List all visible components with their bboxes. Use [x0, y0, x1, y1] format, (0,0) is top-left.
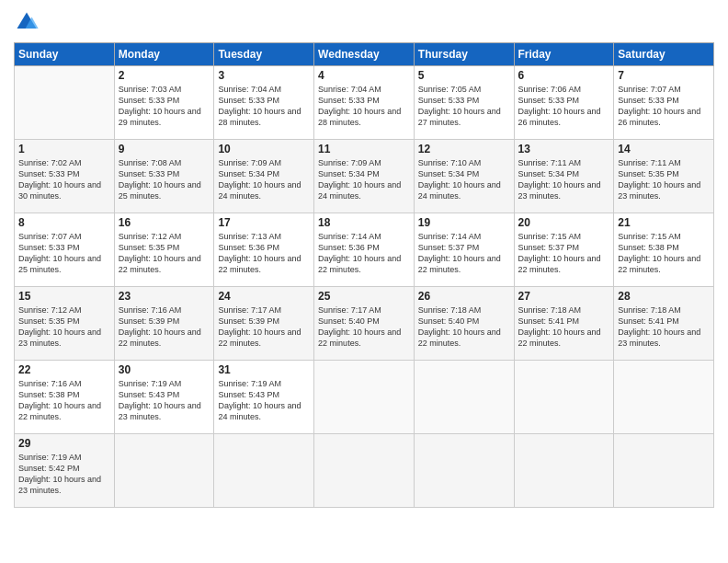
calendar-cell [15, 66, 115, 140]
day-detail: Sunrise: 7:15 AMSunset: 5:38 PMDaylight:… [618, 232, 700, 274]
day-number: 14 [618, 143, 710, 155]
day-number: 29 [18, 437, 110, 450]
day-number: 27 [518, 290, 610, 303]
day-number: 17 [218, 216, 310, 229]
calendar-cell [314, 434, 415, 508]
day-number: 10 [218, 143, 310, 155]
day-detail: Sunrise: 7:12 AMSunset: 5:35 PMDaylight:… [18, 305, 101, 348]
logo-icon [14, 9, 40, 35]
calendar-cell: 26 Sunrise: 7:18 AMSunset: 5:40 PMDaylig… [414, 287, 514, 361]
day-detail: Sunrise: 7:04 AMSunset: 5:33 PMDaylight:… [218, 85, 301, 127]
day-detail: Sunrise: 7:10 AMSunset: 5:34 PMDaylight:… [418, 158, 501, 201]
calendar-cell: 1 Sunrise: 7:02 AMSunset: 5:33 PMDayligh… [15, 140, 115, 213]
calendar-cell: 28 Sunrise: 7:18 AMSunset: 5:41 PMDaylig… [614, 287, 714, 361]
day-number: 22 [18, 363, 110, 376]
day-detail: Sunrise: 7:17 AMSunset: 5:40 PMDaylight:… [318, 305, 401, 348]
day-number: 5 [418, 69, 510, 82]
calendar-cell: 9 Sunrise: 7:08 AMSunset: 5:33 PMDayligh… [114, 140, 214, 213]
calendar-cell [114, 434, 214, 508]
day-detail: Sunrise: 7:19 AMSunset: 5:43 PMDaylight:… [218, 379, 301, 421]
calendar-cell: 15 Sunrise: 7:12 AMSunset: 5:35 PMDaylig… [15, 287, 115, 361]
calendar-cell: 6 Sunrise: 7:06 AMSunset: 5:33 PMDayligh… [514, 66, 614, 140]
day-detail: Sunrise: 7:12 AMSunset: 5:35 PMDaylight:… [119, 232, 201, 274]
calendar-cell: 7 Sunrise: 7:07 AMSunset: 5:33 PMDayligh… [614, 66, 714, 140]
day-number: 15 [18, 290, 110, 303]
day-number: 11 [318, 143, 410, 155]
calendar-cell [414, 434, 514, 508]
calendar-cell: 19 Sunrise: 7:14 AMSunset: 5:37 PMDaylig… [414, 213, 514, 287]
day-number: 6 [518, 69, 610, 82]
day-detail: Sunrise: 7:18 AMSunset: 5:41 PMDaylight:… [618, 305, 700, 348]
day-detail: Sunrise: 7:18 AMSunset: 5:40 PMDaylight:… [418, 305, 501, 348]
day-number: 13 [518, 143, 610, 155]
day-number: 30 [119, 363, 210, 376]
day-detail: Sunrise: 7:08 AMSunset: 5:33 PMDaylight:… [119, 158, 201, 201]
day-detail: Sunrise: 7:16 AMSunset: 5:39 PMDaylight:… [119, 305, 201, 348]
day-number: 16 [119, 216, 210, 229]
col-header-saturday: Saturday [614, 43, 714, 66]
day-detail: Sunrise: 7:14 AMSunset: 5:36 PMDaylight:… [318, 232, 401, 274]
col-header-tuesday: Tuesday [214, 43, 314, 66]
calendar-cell: 22 Sunrise: 7:16 AMSunset: 5:38 PMDaylig… [15, 361, 115, 434]
logo [14, 9, 43, 35]
day-detail: Sunrise: 7:06 AMSunset: 5:33 PMDaylight:… [518, 85, 601, 127]
calendar-cell: 13 Sunrise: 7:11 AMSunset: 5:34 PMDaylig… [514, 140, 614, 213]
calendar-cell: 3 Sunrise: 7:04 AMSunset: 5:33 PMDayligh… [214, 66, 314, 140]
day-detail: Sunrise: 7:13 AMSunset: 5:36 PMDaylight:… [218, 232, 301, 274]
day-detail: Sunrise: 7:15 AMSunset: 5:37 PMDaylight:… [518, 232, 601, 274]
calendar-table: SundayMondayTuesdayWednesdayThursdayFrid… [14, 42, 714, 508]
day-number: 25 [318, 290, 410, 303]
col-header-monday: Monday [114, 43, 214, 66]
day-number: 12 [418, 143, 510, 155]
calendar-cell: 25 Sunrise: 7:17 AMSunset: 5:40 PMDaylig… [314, 287, 415, 361]
day-number: 28 [618, 290, 710, 303]
calendar-cell: 31 Sunrise: 7:19 AMSunset: 5:43 PMDaylig… [214, 361, 314, 434]
calendar-cell [514, 434, 614, 508]
calendar-cell: 4 Sunrise: 7:04 AMSunset: 5:33 PMDayligh… [314, 66, 415, 140]
day-detail: Sunrise: 7:14 AMSunset: 5:37 PMDaylight:… [418, 232, 501, 274]
col-header-sunday: Sunday [15, 43, 115, 66]
calendar-cell: 17 Sunrise: 7:13 AMSunset: 5:36 PMDaylig… [214, 213, 314, 287]
day-number: 20 [518, 216, 610, 229]
calendar-cell: 10 Sunrise: 7:09 AMSunset: 5:34 PMDaylig… [214, 140, 314, 213]
col-header-friday: Friday [514, 43, 614, 66]
day-detail: Sunrise: 7:16 AMSunset: 5:38 PMDaylight:… [18, 379, 101, 421]
day-detail: Sunrise: 7:18 AMSunset: 5:41 PMDaylight:… [518, 305, 601, 348]
calendar-cell: 20 Sunrise: 7:15 AMSunset: 5:37 PMDaylig… [514, 213, 614, 287]
calendar-cell: 8 Sunrise: 7:07 AMSunset: 5:33 PMDayligh… [15, 213, 115, 287]
day-detail: Sunrise: 7:04 AMSunset: 5:33 PMDaylight:… [318, 85, 401, 127]
day-number: 8 [18, 216, 110, 229]
calendar-cell [614, 361, 714, 434]
day-detail: Sunrise: 7:02 AMSunset: 5:33 PMDaylight:… [18, 158, 101, 201]
calendar-cell: 12 Sunrise: 7:10 AMSunset: 5:34 PMDaylig… [414, 140, 514, 213]
calendar-cell: 14 Sunrise: 7:11 AMSunset: 5:35 PMDaylig… [614, 140, 714, 213]
day-detail: Sunrise: 7:11 AMSunset: 5:35 PMDaylight:… [618, 158, 700, 201]
day-number: 21 [618, 216, 710, 229]
calendar-cell [214, 434, 314, 508]
day-number: 4 [318, 69, 410, 82]
day-number: 2 [119, 69, 210, 82]
calendar-cell: 29 Sunrise: 7:19 AMSunset: 5:42 PMDaylig… [15, 434, 115, 508]
day-number: 19 [418, 216, 510, 229]
col-header-thursday: Thursday [414, 43, 514, 66]
day-detail: Sunrise: 7:07 AMSunset: 5:33 PMDaylight:… [618, 85, 700, 127]
col-header-wednesday: Wednesday [314, 43, 415, 66]
calendar-cell: 18 Sunrise: 7:14 AMSunset: 5:36 PMDaylig… [314, 213, 415, 287]
calendar-cell [314, 361, 415, 434]
page-container: SundayMondayTuesdayWednesdayThursdayFrid… [0, 0, 728, 517]
day-detail: Sunrise: 7:07 AMSunset: 5:33 PMDaylight:… [18, 232, 101, 274]
calendar-cell: 21 Sunrise: 7:15 AMSunset: 5:38 PMDaylig… [614, 213, 714, 287]
calendar-cell: 27 Sunrise: 7:18 AMSunset: 5:41 PMDaylig… [514, 287, 614, 361]
calendar-cell [514, 361, 614, 434]
day-detail: Sunrise: 7:05 AMSunset: 5:33 PMDaylight:… [418, 85, 501, 127]
calendar-cell [414, 361, 514, 434]
calendar-cell: 5 Sunrise: 7:05 AMSunset: 5:33 PMDayligh… [414, 66, 514, 140]
calendar-cell: 11 Sunrise: 7:09 AMSunset: 5:34 PMDaylig… [314, 140, 415, 213]
day-detail: Sunrise: 7:19 AMSunset: 5:43 PMDaylight:… [119, 379, 201, 421]
day-detail: Sunrise: 7:19 AMSunset: 5:42 PMDaylight:… [18, 453, 101, 495]
day-number: 1 [18, 143, 110, 155]
calendar-cell: 24 Sunrise: 7:17 AMSunset: 5:39 PMDaylig… [214, 287, 314, 361]
day-number: 31 [218, 363, 310, 376]
calendar-cell: 16 Sunrise: 7:12 AMSunset: 5:35 PMDaylig… [114, 213, 214, 287]
calendar-cell: 30 Sunrise: 7:19 AMSunset: 5:43 PMDaylig… [114, 361, 214, 434]
